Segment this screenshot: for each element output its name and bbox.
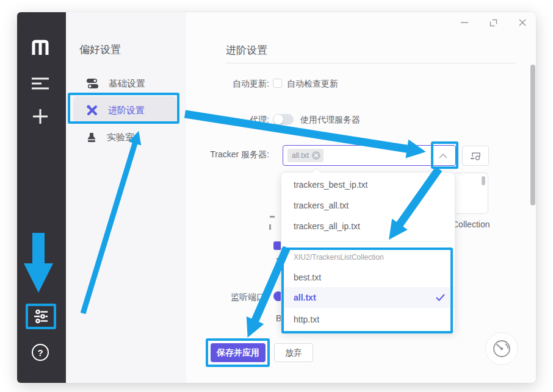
tracker-list-textarea-fragment[interactable] bbox=[454, 173, 488, 214]
nav-panel-title: 偏好设置 bbox=[79, 43, 121, 57]
tracker-select-input[interactable]: all.txt bbox=[283, 145, 456, 166]
textarea-scrollbar-thumb[interactable] bbox=[482, 176, 485, 185]
selected-item-label: all.txt bbox=[294, 287, 316, 308]
check-icon bbox=[436, 294, 445, 301]
task-list-icon[interactable] bbox=[31, 77, 49, 90]
close-icon bbox=[518, 18, 527, 27]
nav-item-label: 基础设置 bbox=[109, 78, 145, 90]
close-button[interactable] bbox=[518, 18, 527, 27]
toggles-icon bbox=[86, 78, 99, 89]
dropdown-item[interactable]: http.txt bbox=[281, 311, 455, 328]
add-task-icon[interactable] bbox=[31, 107, 49, 126]
help-icon[interactable]: ? bbox=[32, 344, 49, 361]
motrix-preferences-window: ? 偏好设置 基础设置 进阶设置 bbox=[17, 12, 536, 383]
chevron-up-icon[interactable] bbox=[439, 154, 447, 159]
tools-icon bbox=[86, 104, 98, 116]
nav-item-lab[interactable]: 实验室 bbox=[86, 130, 134, 144]
auto-check-update-label: 自动检查更新 bbox=[287, 79, 338, 89]
gauge-icon bbox=[491, 338, 513, 360]
preferences-nav-panel: 偏好设置 基础设置 进阶设置 bbox=[66, 12, 186, 383]
number-fragment: 2 bbox=[276, 256, 281, 266]
collection-text-fragment: Collection bbox=[452, 219, 490, 230]
auto-check-update-checkbox[interactable] bbox=[273, 79, 282, 88]
app-sidebar: ? bbox=[17, 12, 66, 383]
preferences-sliders-icon[interactable] bbox=[33, 309, 49, 324]
save-apply-button[interactable]: 保存并应用 bbox=[211, 343, 266, 362]
tag-label: all.txt bbox=[292, 151, 309, 160]
text-fragment bbox=[269, 224, 271, 230]
nav-item-label: 进阶设置 bbox=[108, 105, 145, 116]
minimize-icon bbox=[460, 18, 469, 27]
nav-item-basic-settings[interactable]: 基础设置 bbox=[86, 76, 145, 91]
dropdown-item[interactable]: trackers_best_ip.txt bbox=[281, 176, 455, 193]
tracker-dropdown-panel: trackers_best_ip.txt trackers_all.txt tr… bbox=[281, 172, 455, 332]
lab-stamp-icon bbox=[86, 132, 97, 143]
proxy-toggle[interactable] bbox=[273, 114, 294, 125]
minimize-button[interactable] bbox=[460, 18, 469, 27]
auto-update-label: 自动更新: bbox=[233, 79, 269, 89]
title-divider bbox=[226, 63, 516, 63]
dropdown-item[interactable]: trackers_all.txt bbox=[281, 197, 455, 214]
sync-trackers-button[interactable] bbox=[462, 146, 489, 166]
app-root: ? 偏好设置 基础设置 进阶设置 bbox=[0, 0, 553, 392]
dropdown-item[interactable]: trackers_all_ip.txt bbox=[281, 218, 455, 235]
dropdown-divider bbox=[289, 241, 447, 242]
nav-item-label: 实验室 bbox=[107, 132, 134, 143]
maximize-icon bbox=[489, 18, 498, 27]
tracker-server-label: Tracker 服务器: bbox=[210, 149, 269, 160]
proxy-label: 代理: bbox=[250, 115, 269, 125]
dropdown-item-selected[interactable]: all.txt bbox=[281, 287, 455, 308]
nav-item-advanced-settings[interactable]: 进阶设置 bbox=[86, 103, 145, 118]
page-title: 进阶设置 bbox=[226, 43, 267, 57]
sync-screen-icon bbox=[470, 151, 481, 160]
tag-remove-icon[interactable] bbox=[312, 151, 320, 160]
proxy-toggle-label: 使用代理服务器 bbox=[300, 115, 360, 125]
selected-tracker-tag: all.txt bbox=[287, 149, 323, 162]
dropdown-item[interactable]: best.txt bbox=[281, 269, 455, 286]
page-scrollbar-thumb[interactable] bbox=[530, 65, 535, 205]
maximize-button[interactable] bbox=[488, 18, 498, 27]
text-fragment bbox=[270, 216, 275, 218]
listen-port-label: 监听端口 bbox=[231, 292, 265, 302]
motrix-logo-icon bbox=[29, 38, 51, 57]
discard-button[interactable]: 放弃 bbox=[274, 343, 313, 362]
dropdown-group-label: XIU2/TrackersListCollection bbox=[294, 251, 384, 263]
speed-gauge-button[interactable] bbox=[485, 332, 518, 365]
dropdown-notch bbox=[312, 168, 322, 177]
